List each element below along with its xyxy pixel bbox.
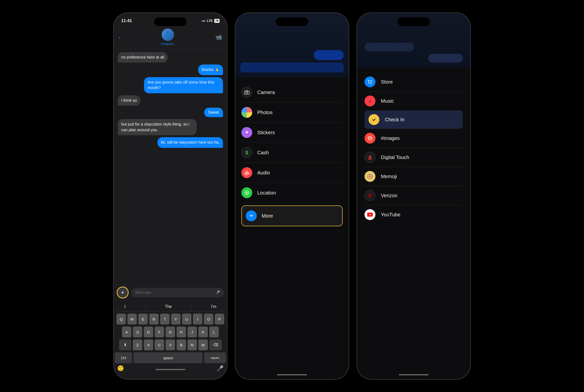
suggestion-3[interactable]: I'm <box>211 304 216 309</box>
menu-item-more[interactable]: More <box>241 206 343 226</box>
ext-menu-item-images[interactable]: #images <box>365 129 463 148</box>
message-row-4: i think so <box>118 95 223 106</box>
ext-label-store: Store <box>381 79 393 85</box>
status-time: 11:41 <box>121 18 132 23</box>
message-input[interactable]: Message 🎤 <box>131 288 224 298</box>
key-b[interactable]: B <box>177 340 186 350</box>
key-numbers[interactable]: 123 <box>115 352 132 363</box>
back-button[interactable]: ‹ <box>119 34 120 40</box>
plus-button[interactable]: + <box>117 286 129 298</box>
key-delete[interactable]: ⌫ <box>209 340 222 350</box>
key-r[interactable]: R <box>149 314 159 324</box>
key-h[interactable]: H <box>177 326 186 338</box>
phone3-screen: Store ♪ Music <box>357 13 470 379</box>
key-f[interactable]: F <box>155 326 164 338</box>
key-x[interactable]: X <box>144 340 153 350</box>
key-o[interactable]: O <box>204 314 213 324</box>
contact-avatar: 👤 <box>162 28 174 41</box>
keyboard-row-4: 123 space return <box>115 352 226 363</box>
message-bubble-sent-3: Sweet <box>204 108 223 117</box>
key-e[interactable]: E <box>138 314 148 324</box>
nav-center[interactable]: 👤 Chance › <box>161 28 175 46</box>
menu-item-location[interactable]: Location <box>241 183 343 203</box>
keyboard-suggestions: I | The | I'm <box>115 302 226 312</box>
message-bubble-received-1: no preference here at all <box>118 52 168 62</box>
ext-menu-item-music[interactable]: ♪ Music <box>365 92 463 111</box>
key-p[interactable]: P <box>215 314 224 324</box>
dictation-icon[interactable]: 🎤 <box>217 365 223 372</box>
key-l[interactable]: L <box>209 326 219 338</box>
key-k[interactable]: K <box>198 326 208 338</box>
suggestion-1[interactable]: I <box>124 304 125 309</box>
key-return[interactable]: return <box>204 352 226 363</box>
verizon-icon <box>365 190 375 201</box>
key-n[interactable]: N <box>187 340 197 350</box>
menu-item-stickers[interactable]: ✦ Stickers <box>241 122 343 143</box>
phone1-screen: 11:41 ▪▪▪ LTE 76 ‹ 👤 Chance › <box>114 13 227 379</box>
nav-bar: ‹ 👤 Chance › 📹 <box>114 26 227 49</box>
video-call-button[interactable]: 📹 <box>215 34 222 40</box>
message-row-6: but just for a staycation style thing, s… <box>118 119 223 135</box>
lte-label: LTE <box>207 19 213 22</box>
signal-icon: ▪▪▪ <box>202 19 205 23</box>
key-j[interactable]: J <box>187 326 197 338</box>
blurred-el-2 <box>365 43 414 51</box>
key-w[interactable]: W <box>127 314 137 324</box>
message-text: kk, will be staycation here too ha, <box>161 140 219 144</box>
key-z[interactable]: Z <box>133 340 142 350</box>
svg-rect-2 <box>246 172 246 175</box>
key-g[interactable]: G <box>166 326 175 338</box>
menu-item-camera[interactable]: Camera <box>241 82 343 102</box>
home-indicator-3 <box>399 374 429 376</box>
camera-icon <box>241 87 252 98</box>
key-t[interactable]: T <box>160 314 170 324</box>
key-q[interactable]: Q <box>116 314 126 324</box>
message-bubble-received-3: but just for a staycation style thing, s… <box>118 119 197 135</box>
ext-menu-item-verizon[interactable]: Verizon <box>365 186 463 205</box>
emoji-icon[interactable]: 🙂 <box>117 365 124 372</box>
keyboard: I | The | I'm Q W E R T Y U I O <box>114 300 227 379</box>
key-s[interactable]: S <box>133 326 142 338</box>
menu-item-audio[interactable]: Audio <box>241 163 343 183</box>
key-a[interactable]: A <box>122 326 131 338</box>
ext-menu-item-store[interactable]: Store <box>365 72 463 92</box>
menu-item-cash[interactable]: $ Cash <box>241 143 343 163</box>
blurred-bubble <box>314 50 344 60</box>
key-u[interactable]: U <box>182 314 191 324</box>
ext-label-memoji: Memoji <box>381 174 397 180</box>
audio-icon <box>241 167 252 178</box>
suggestion-2[interactable]: The <box>165 304 172 309</box>
phone-1: 11:41 ▪▪▪ LTE 76 ‹ 👤 Chance › <box>113 12 227 380</box>
key-shift[interactable]: ⬆ <box>119 340 131 350</box>
phone-3: Store ♪ Music <box>357 12 471 380</box>
key-m[interactable]: M <box>198 340 208 350</box>
key-y[interactable]: Y <box>171 314 180 324</box>
digital-touch-icon <box>365 152 375 163</box>
key-v[interactable]: V <box>166 340 175 350</box>
message-row-3: Are you gonna take off some time this mo… <box>118 77 223 93</box>
key-space[interactable]: space <box>134 352 203 363</box>
key-i[interactable]: I <box>193 314 202 324</box>
dynamic-island-2 <box>276 17 308 26</box>
menu-label-cash: Cash <box>257 150 269 156</box>
music-icon: ♪ <box>365 96 375 106</box>
svg-point-9 <box>371 83 372 84</box>
ext-label-digital-touch: Digital Touch <box>381 154 409 160</box>
menu-item-photos[interactable]: Photos <box>241 102 343 122</box>
dynamic-island-3 <box>398 17 430 26</box>
ext-menu-item-digital-touch[interactable]: Digital Touch <box>365 148 463 167</box>
phones-container: 11:41 ▪▪▪ LTE 76 ‹ 👤 Chance › <box>0 0 584 392</box>
menu-list: Camera Photos ✦ Stickers <box>235 78 349 372</box>
cash-icon: $ <box>241 147 252 158</box>
key-d[interactable]: D <box>144 326 153 338</box>
mic-icon: 🎤 <box>215 290 220 295</box>
key-c[interactable]: C <box>155 340 164 350</box>
stickers-icon: ✦ <box>241 127 252 138</box>
ext-menu-item-youtube[interactable]: YouTube <box>365 205 463 224</box>
message-row-1: no preference here at all <box>118 52 223 62</box>
home-indicator-1 <box>155 369 185 370</box>
ext-menu-item-checkin[interactable]: Check In <box>365 111 463 129</box>
ext-menu-item-memoji[interactable]: 🐵 Memoji <box>365 167 463 186</box>
location-icon <box>241 187 252 198</box>
svg-point-0 <box>246 91 248 93</box>
